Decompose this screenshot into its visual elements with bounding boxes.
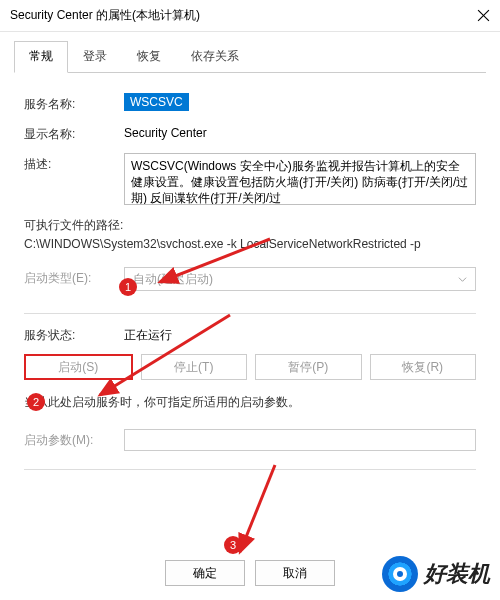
annotation-badge-3: 3 — [224, 536, 242, 554]
cancel-button[interactable]: 取消 — [255, 560, 335, 586]
divider — [24, 313, 476, 314]
tabs: 常规 登录 恢复 依存关系 — [14, 40, 486, 73]
description-box[interactable]: WSCSVC(Windows 安全中心)服务监视并报告计算机上的安全健康设置。健… — [124, 153, 476, 205]
tab-dependencies[interactable]: 依存关系 — [176, 41, 254, 73]
tab-general[interactable]: 常规 — [14, 41, 68, 73]
display-name-label: 显示名称: — [24, 123, 124, 143]
startup-type-label: 启动类型(E): — [24, 267, 124, 287]
tab-recovery[interactable]: 恢复 — [122, 41, 176, 73]
stop-button[interactable]: 停止(T) — [141, 354, 248, 380]
watermark-text: 好装机 — [424, 559, 490, 589]
exe-path-value: C:\WINDOWS\System32\svchost.exe -k Local… — [24, 237, 476, 251]
svg-line-4 — [240, 465, 275, 552]
startup-type-select[interactable]: 自动(延迟启动) — [124, 267, 476, 291]
service-button-row: 启动(S) 停止(T) 暂停(P) 恢复(R) — [24, 354, 476, 380]
start-button[interactable]: 启动(S) — [24, 354, 133, 380]
chevron-down-icon — [458, 275, 467, 284]
startup-type-value: 自动(延迟启动) — [133, 271, 213, 288]
start-param-label: 启动参数(M): — [24, 429, 124, 449]
service-name-value: WSCSVC — [124, 93, 189, 111]
service-status-label: 服务状态: — [24, 324, 124, 344]
start-param-note: 当从此处启动服务时，你可指定所适用的启动参数。 — [24, 394, 476, 411]
start-param-input[interactable] — [124, 429, 476, 451]
content: 服务名称: WSCSVC 显示名称: Security Center 描述: W… — [0, 73, 500, 470]
pause-button[interactable]: 暂停(P) — [255, 354, 362, 380]
description-label: 描述: — [24, 153, 124, 173]
annotation-badge-1: 1 — [119, 278, 137, 296]
display-name-value: Security Center — [124, 123, 476, 140]
exe-path-label: 可执行文件的路径: — [24, 217, 476, 234]
watermark-logo-icon — [382, 556, 418, 592]
service-name-label: 服务名称: — [24, 93, 124, 113]
annotation-badge-2: 2 — [27, 393, 45, 411]
resume-button[interactable]: 恢复(R) — [370, 354, 477, 380]
window-title: Security Center 的属性(本地计算机) — [10, 7, 477, 24]
service-status-value: 正在运行 — [124, 324, 476, 344]
titlebar: Security Center 的属性(本地计算机) — [0, 0, 500, 32]
watermark: 好装机 — [382, 556, 490, 592]
divider-bottom — [24, 469, 476, 470]
tab-logon[interactable]: 登录 — [68, 41, 122, 73]
close-icon[interactable] — [477, 9, 490, 22]
ok-button[interactable]: 确定 — [165, 560, 245, 586]
